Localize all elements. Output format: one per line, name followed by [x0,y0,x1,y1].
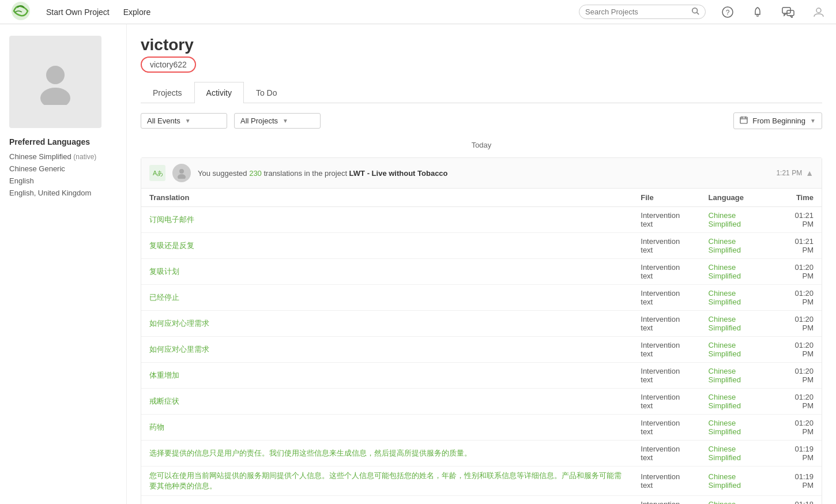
events-filter-label: All Events [147,116,180,125]
header: Start Own Project Explore ? [0,0,836,24]
translation-cell[interactable]: 您可以在使用当前网站提供的服务期间提供个人信息。这些个人信息可能包括您的姓名，年… [141,467,632,496]
file-cell: Intervention text [632,467,700,496]
language-cell: Chinese Simplified [701,415,775,441]
help-button[interactable]: ? [720,4,736,20]
col-header-file: File [632,189,700,207]
translation-cell[interactable]: 复吸计划 [141,259,632,285]
activity-project-name: LWT - Live without Tobacco [349,169,448,178]
lang-item-english[interactable]: English [9,176,117,185]
user-button[interactable] [811,4,827,20]
search-icon [691,7,699,17]
table-row: 复吸还是反复 Intervention text Chinese Simplif… [141,233,822,259]
events-filter-arrow: ▼ [185,118,191,124]
translation-cell[interactable]: 1. 收集个人信息 [141,496,632,505]
profile-username[interactable]: victory622 [141,57,196,73]
table-row: 1. 收集个人信息 Intervention text Chinese Simp… [141,496,822,505]
file-cell: Intervention text [632,337,700,363]
time-cell: 01:21 PM [775,233,822,259]
file-cell: Intervention text [632,441,700,467]
time-cell: 01:20 PM [775,311,822,337]
svg-line-2 [697,13,699,15]
translation-cell[interactable]: 药物 [141,415,632,441]
file-cell: Intervention text [632,207,700,233]
activity-time: 1:21 PM ▲ [776,168,814,178]
messages-button[interactable] [779,4,797,20]
filters-row: All Events ▼ All Projects ▼ From Beginni… [141,112,822,129]
translations-table: Translation File Language Time 订阅电子邮件 In… [141,189,822,504]
file-cell: Intervention text [632,363,700,389]
explore-link[interactable]: Explore [123,7,150,17]
projects-filter[interactable]: All Projects ▼ [234,113,321,129]
language-cell: Chinese Simplified [701,233,775,259]
translation-cell[interactable]: 戒断症状 [141,389,632,415]
svg-point-16 [179,169,184,174]
time-cell: 01:20 PM [775,259,822,285]
language-cell: Chinese Simplified [701,467,775,496]
activity-entry-header: Aあ You suggested 230 translations in the… [141,158,822,189]
file-cell: Intervention text [632,389,700,415]
search-bar[interactable] [579,5,706,19]
translation-cell[interactable]: 如何应对心里需求 [141,337,632,363]
time-cell: 01:19 PM [775,441,822,467]
start-own-project-link[interactable]: Start Own Project [46,7,110,17]
date-filter-arrow: ▼ [810,118,816,124]
translation-cell[interactable]: 体重增加 [141,363,632,389]
time-cell: 01:20 PM [775,285,822,311]
table-row: 选择要提供的信息只是用户的责任。我们使用这些信息来生成信息，然后提高所提供服务的… [141,441,822,467]
table-row: 药物 Intervention text Chinese Simplified … [141,415,822,441]
svg-point-17 [178,174,186,179]
lang-item-chinese-generic[interactable]: Chinese Generic [9,164,117,173]
main-layout: Preferred Languages Chinese Simplified (… [0,24,836,504]
activity-desc-pre: You suggested [198,169,249,178]
col-header-time: Time [775,189,822,207]
lang-item-chinese-simplified[interactable]: Chinese Simplified (native) [9,152,117,161]
language-cell: Chinese Simplified [701,363,775,389]
profile-tabs: Projects Activity To Do [141,82,822,103]
file-cell: Intervention text [632,496,700,505]
events-filter[interactable]: All Events ▼ [141,113,227,129]
language-cell: Chinese Simplified [701,496,775,505]
translation-cell[interactable]: 选择要提供的信息只是用户的责任。我们使用这些信息来生成信息，然后提高所提供服务的… [141,441,632,467]
notifications-button[interactable] [750,4,766,20]
translation-cell[interactable]: 如何应对心理需求 [141,311,632,337]
tab-activity[interactable]: Activity [194,82,244,103]
date-filter[interactable]: From Beginning ▼ [733,112,822,129]
activity-count-link[interactable]: 230 [249,169,262,178]
activity-desc-mid: translations in the project [262,169,349,178]
projects-filter-arrow: ▼ [283,118,288,124]
logo[interactable] [9,1,32,23]
col-header-translation: Translation [141,189,632,207]
content-area: victory victory622 Projects Activity To … [127,24,836,504]
tab-projects[interactable]: Projects [141,82,194,103]
search-input[interactable] [585,7,689,16]
today-label: Today [141,141,822,149]
activity-description: You suggested 230 translations in the pr… [198,169,769,178]
table-row: 您可以在使用当前网站提供的服务期间提供个人信息。这些个人信息可能包括您的姓名，年… [141,467,822,496]
table-row: 如何应对心里需求 Intervention text Chinese Simpl… [141,337,822,363]
sidebar: Preferred Languages Chinese Simplified (… [0,24,127,504]
svg-text:?: ? [726,9,730,17]
file-cell: Intervention text [632,285,700,311]
svg-point-9 [46,66,65,84]
svg-rect-11 [740,117,747,123]
lang-item-english-uk[interactable]: English, United Kingdom [9,189,117,197]
table-row: 已经停止 Intervention text Chinese Simplifie… [141,285,822,311]
language-cell: Chinese Simplified [701,311,775,337]
time-cell: 01:20 PM [775,337,822,363]
table-row: 体重增加 Intervention text Chinese Simplifie… [141,363,822,389]
profile-display-name: victory [141,36,822,54]
language-cell: Chinese Simplified [701,259,775,285]
translation-cell[interactable]: 已经停止 [141,285,632,311]
time-cell: 01:19 PM [775,467,822,496]
svg-text:Aあ: Aあ [153,170,163,176]
translation-cell[interactable]: 复吸还是反复 [141,233,632,259]
tab-todo[interactable]: To Do [244,82,289,103]
file-cell: Intervention text [632,259,700,285]
translation-cell[interactable]: 订阅电子邮件 [141,207,632,233]
date-filter-label: From Beginning [752,116,805,125]
language-cell: Chinese Simplified [701,285,775,311]
file-cell: Intervention text [632,311,700,337]
language-cell: Chinese Simplified [701,207,775,233]
time-cell: 01:20 PM [775,389,822,415]
collapse-button[interactable]: ▲ [805,168,814,178]
